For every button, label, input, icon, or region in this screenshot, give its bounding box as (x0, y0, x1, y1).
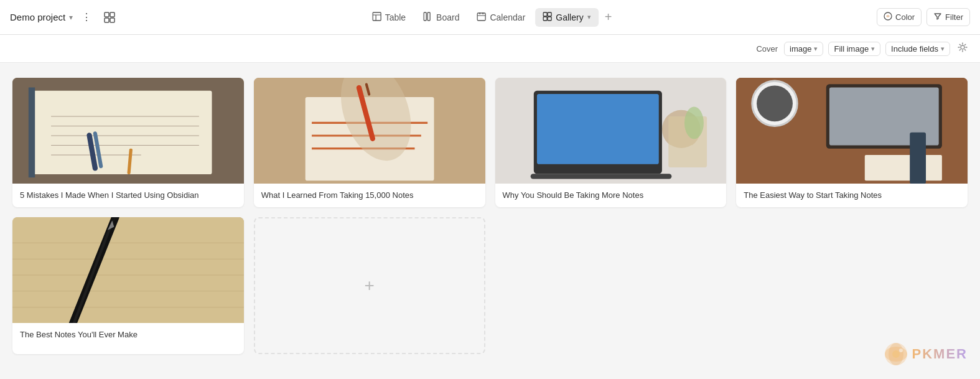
svg-rect-3 (110, 18, 114, 22)
svg-rect-2 (105, 18, 109, 22)
more-options-button[interactable]: ⋮ (78, 9, 95, 26)
card-title-1: 5 Mistakes I Made When I Started Using O… (12, 184, 244, 207)
new-item-button[interactable] (100, 9, 119, 26)
color-button[interactable]: Color (877, 8, 922, 26)
card-title-4: The Easiest Way to Start Taking Notes (736, 184, 968, 207)
toolbar-row: Cover image ▾ Fill image ▾ Include field… (0, 35, 980, 63)
svg-point-18 (961, 45, 964, 49)
gallery-icon (543, 12, 552, 23)
add-card-button[interactable]: + (254, 217, 485, 354)
svg-rect-16 (548, 17, 551, 21)
cover-value: image (790, 44, 811, 54)
board-icon (423, 12, 432, 23)
add-card-icon: + (364, 276, 374, 296)
fill-image-select[interactable]: Fill image ▾ (828, 42, 880, 56)
svg-rect-1 (110, 12, 114, 17)
card-image-3 (495, 78, 727, 184)
card-image-1 (12, 78, 244, 184)
svg-rect-13 (543, 12, 547, 16)
svg-rect-0 (105, 12, 109, 17)
project-name[interactable]: Demo project ▾ (10, 12, 73, 22)
include-fields-chevron: ▾ (941, 45, 945, 53)
filter-label: Filter (945, 12, 963, 22)
add-view-icon: + (605, 10, 612, 24)
tab-gallery[interactable]: Gallery ▾ (535, 8, 598, 27)
svg-rect-4 (373, 12, 381, 21)
top-bar-left: Demo project ▾ ⋮ (10, 9, 119, 26)
tab-table-label: Table (385, 12, 406, 22)
tab-calendar[interactable]: Calendar (469, 8, 533, 27)
card-title-2: What I Learned From Taking 15,000 Notes (254, 184, 485, 207)
more-options-icon: ⋮ (82, 11, 91, 23)
svg-rect-8 (427, 12, 430, 21)
include-fields-select[interactable]: Include fields ▾ (885, 42, 950, 56)
color-icon (884, 12, 892, 22)
gallery-grid: 5 Mistakes I Made When I Started Using O… (12, 78, 968, 354)
fill-image-label: Fill image (834, 44, 869, 54)
project-chevron: ▾ (69, 13, 73, 22)
card-title-3: Why You Should Be Taking More Notes (495, 184, 727, 207)
filter-button[interactable]: Filter (926, 8, 970, 26)
gallery-area: 5 Mistakes I Made When I Started Using O… (0, 63, 980, 377)
svg-rect-14 (548, 12, 551, 16)
gallery-card-2[interactable]: What I Learned From Taking 15,000 Notes (254, 78, 485, 207)
include-fields-label: Include fields (891, 44, 938, 54)
cover-chevron: ▾ (814, 45, 818, 53)
view-tabs: Table Board Calendar Gallery ▾ + (365, 8, 616, 27)
tab-board[interactable]: Board (416, 8, 467, 27)
gallery-card-5[interactable]: The Best Notes You'll Ever Make (12, 217, 244, 354)
tab-board-label: Board (436, 12, 459, 22)
top-bar-right: Color Filter (877, 8, 970, 26)
project-name-text: Demo project (10, 12, 65, 22)
svg-rect-9 (477, 13, 485, 21)
cover-label-text: Cover (756, 44, 778, 54)
cover-select[interactable]: image ▾ (784, 42, 823, 56)
gallery-tab-chevron: ▾ (587, 13, 591, 21)
svg-rect-7 (424, 12, 426, 21)
tab-gallery-label: Gallery (556, 12, 583, 22)
settings-icon (958, 42, 968, 52)
tab-calendar-label: Calendar (490, 12, 525, 22)
card-image-2 (254, 78, 485, 184)
calendar-icon (477, 12, 486, 23)
empty-cell-1 (495, 217, 727, 354)
fill-image-chevron: ▾ (871, 45, 875, 53)
gallery-card-3[interactable]: Why You Should Be Taking More Notes (495, 78, 727, 207)
filter-icon (933, 12, 942, 22)
add-view-button[interactable]: + (601, 9, 616, 26)
gallery-card-4[interactable]: The Easiest Way to Start Taking Notes (736, 78, 968, 207)
gallery-card-1[interactable]: 5 Mistakes I Made When I Started Using O… (12, 78, 244, 207)
new-item-icon (104, 12, 115, 23)
card-title-5: The Best Notes You'll Ever Make (12, 323, 244, 347)
table-icon (372, 12, 381, 23)
empty-cell-2 (736, 217, 968, 354)
tab-table[interactable]: Table (365, 8, 413, 27)
top-bar: Demo project ▾ ⋮ Table (0, 0, 980, 35)
card-image-5 (12, 217, 244, 323)
color-label: Color (895, 12, 915, 22)
svg-rect-15 (543, 17, 547, 21)
card-image-4 (736, 78, 968, 184)
settings-button[interactable] (955, 40, 970, 57)
